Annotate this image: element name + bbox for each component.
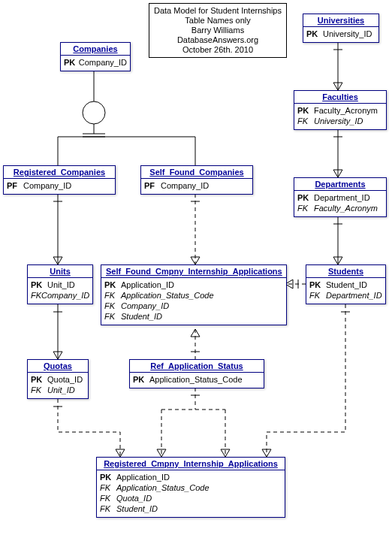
entity-header: Faculties xyxy=(294,91,386,104)
entity-key-row: FKCompany_ID xyxy=(31,290,89,301)
svg-line-16 xyxy=(53,352,58,359)
entity-header: Universities xyxy=(303,14,378,27)
key-type: PF xyxy=(7,180,23,191)
entity-self-found-apps: Self_Found_Cmpny_Internship_Applications… xyxy=(101,264,287,325)
key-name: Faculty_Acronym xyxy=(314,203,378,213)
svg-line-41 xyxy=(116,449,120,457)
entity-key-row: FKQuota_ID xyxy=(100,493,282,503)
entity-key-row: FKStudent_ID xyxy=(104,311,283,322)
entity-key-row: FKCompany_ID xyxy=(104,301,283,311)
svg-line-21 xyxy=(191,257,195,264)
key-name: Quota_ID xyxy=(47,374,83,385)
svg-line-65 xyxy=(262,449,267,457)
entity-departments: Departments PKDepartment_IDFKFaculty_Acr… xyxy=(294,177,387,217)
entity-header: Students xyxy=(306,265,385,278)
entity-header: Departments xyxy=(294,178,386,191)
key-name: Company_ID xyxy=(41,290,89,301)
key-type: PK xyxy=(309,280,326,290)
key-type: FK xyxy=(297,203,314,213)
entity-key-row: PFCompany_ID xyxy=(7,180,112,191)
key-type: PK xyxy=(297,105,314,116)
key-name: Department_ID xyxy=(326,290,382,301)
svg-line-35 xyxy=(161,449,166,457)
entity-units: Units PKUnit_IDFKCompany_ID xyxy=(27,264,93,304)
key-type: PK xyxy=(64,57,79,68)
entity-faculties: Faculties PKFaculty_AcronymFKUniversity_… xyxy=(294,90,387,130)
svg-line-47 xyxy=(338,83,342,90)
entity-key-row: PKStudent_ID xyxy=(309,280,382,290)
key-type: PK xyxy=(100,472,116,482)
key-name: Application_Status_Code xyxy=(149,374,243,385)
entity-key-row: PFCompany_ID xyxy=(144,180,249,191)
svg-line-27 xyxy=(195,329,200,337)
key-name: Company_ID xyxy=(79,57,127,68)
key-type: PK xyxy=(31,280,47,290)
key-type: FK xyxy=(104,290,121,301)
key-type: FK xyxy=(100,503,116,514)
key-type: FK xyxy=(104,311,121,322)
key-name: Unit_ID xyxy=(47,385,75,395)
key-type: FK xyxy=(100,493,116,503)
entity-key-row: PKUniversity_ID xyxy=(306,29,375,39)
key-name: University_ID xyxy=(314,116,363,126)
key-name: Application_Status_Code xyxy=(121,290,214,301)
entity-key-row: PKApplication_ID xyxy=(100,472,282,482)
entity-key-row: PKCompany_ID xyxy=(64,57,127,68)
key-name: Quota_ID xyxy=(116,493,152,503)
title-line: Table Names only xyxy=(154,16,282,26)
title-line: October 26th. 2010 xyxy=(154,45,282,55)
key-type: FK xyxy=(309,290,326,301)
entity-key-row: PKQuota_ID xyxy=(31,374,85,385)
title-line: DatabaseAnswers.org xyxy=(154,35,282,45)
entity-key-row: FKUnit_ID xyxy=(31,385,85,395)
svg-line-46 xyxy=(333,83,338,90)
svg-line-11 xyxy=(53,257,58,264)
svg-line-56 xyxy=(333,257,338,264)
entity-students: Students PKStudent_IDFKDepartment_ID xyxy=(306,264,386,304)
key-type: PK xyxy=(133,374,149,385)
svg-line-66 xyxy=(267,449,271,457)
entity-registered-companies: Registered_Companies PFCompany_ID xyxy=(3,165,116,195)
key-name: Company_ID xyxy=(23,180,71,191)
key-type: PK xyxy=(306,29,323,39)
title-line: Barry Williams xyxy=(154,26,282,35)
entity-header: Quotas xyxy=(28,360,88,373)
entity-key-row: FKDepartment_ID xyxy=(309,290,382,301)
svg-line-37 xyxy=(221,449,225,457)
entity-header: Registered_Cmpny_Internship_Applications xyxy=(97,458,285,470)
entity-header: Self_Found_Companies xyxy=(141,166,252,179)
svg-line-22 xyxy=(195,257,200,264)
diagram-title-box: Data Model for Student Internships Table… xyxy=(149,3,287,58)
entity-key-row: PKApplication_Status_Code xyxy=(133,374,261,385)
key-name: Student_ID xyxy=(116,503,158,514)
key-name: Application_ID xyxy=(121,280,174,290)
entity-header: Ref_Application_Status xyxy=(130,360,264,373)
key-name: Company_ID xyxy=(121,301,169,311)
svg-line-51 xyxy=(333,170,338,177)
key-type: PK xyxy=(104,280,121,290)
key-name: Department_ID xyxy=(314,192,370,203)
key-type: PK xyxy=(31,374,47,385)
entity-key-row: PKUnit_ID xyxy=(31,280,89,290)
key-name: Student_ID xyxy=(121,311,162,322)
entity-registered-apps: Registered_Cmpny_Internship_Applications… xyxy=(96,457,285,518)
title-line: Data Model for Student Internships xyxy=(154,6,282,16)
svg-line-17 xyxy=(58,352,62,359)
entity-universities: Universities PKUniversity_ID xyxy=(303,14,379,43)
key-name: Application_ID xyxy=(116,472,170,482)
key-name: Application_Status_Code xyxy=(116,482,210,493)
svg-line-26 xyxy=(191,329,195,337)
entity-key-row: FKStudent_ID xyxy=(100,503,282,514)
entity-key-row: FKUniversity_ID xyxy=(297,116,383,126)
svg-line-52 xyxy=(338,170,342,177)
key-type: FK xyxy=(297,116,314,126)
entity-key-row: FKApplication_Status_Code xyxy=(104,290,283,301)
key-type: FK xyxy=(104,301,121,311)
key-name: University_ID xyxy=(323,29,372,39)
svg-line-38 xyxy=(225,449,230,457)
entity-header: Units xyxy=(28,265,92,278)
key-name: Faculty_Acronym xyxy=(314,105,378,116)
svg-line-42 xyxy=(120,449,125,457)
key-type: PF xyxy=(144,180,161,191)
entity-key-row: PKApplication_ID xyxy=(104,280,283,290)
